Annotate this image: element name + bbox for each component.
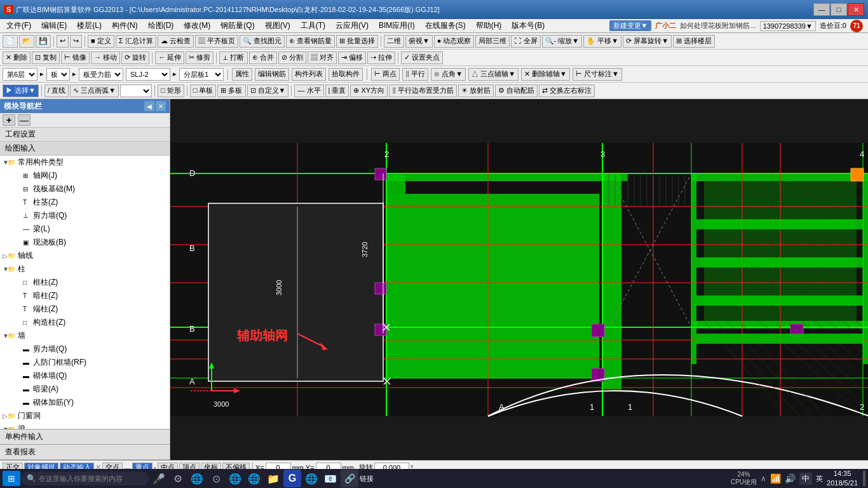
taskbar-ie-icon[interactable]: 🌐 <box>188 470 206 487</box>
cloud-check-btn[interactable]: ☁ 云检查 <box>158 35 194 48</box>
rotate-btn[interactable]: ⟳ 旋转 <box>121 51 149 64</box>
rotate-view-btn[interactable]: ⟳ 屏幕旋转▼ <box>623 35 672 48</box>
flat-plate-btn[interactable]: ▤ 平齐板页 <box>195 35 238 48</box>
menu-item-element[interactable]: 构件(N) <box>107 19 143 32</box>
trim-btn[interactable]: ✂ 修剪 <box>186 51 214 64</box>
tray-network-icon[interactable]: 📶 <box>770 473 781 484</box>
canvas-area[interactable]: D B B A 2 3 4 A 1 1 2 3720 3000 <box>170 99 868 460</box>
parallel-btn[interactable]: ∥ 平行 <box>402 68 428 81</box>
extend-btn[interactable]: ← 延伸 <box>155 51 184 64</box>
menu-item-view[interactable]: 视图(V) <box>260 19 295 32</box>
tree-item-shearwall[interactable]: ⊥ 剪力墙(Q) <box>0 209 170 222</box>
minimize-button[interactable]: — <box>813 3 830 16</box>
menu-item-cloud[interactable]: 云应用(V) <box>330 19 374 32</box>
local-3d-btn[interactable]: 局部三维 <box>475 35 510 48</box>
del-axis-btn[interactable]: ✕ 删除辅轴▼ <box>521 68 570 81</box>
merge-btn[interactable]: ⊕ 合并 <box>249 51 277 64</box>
custom-btn[interactable]: ⊡ 自定义▼ <box>247 85 289 97</box>
arc-btn[interactable]: ∿ 三点画弧▼ <box>70 85 119 97</box>
split-board-select[interactable]: 分层板1 <box>179 68 224 81</box>
mirror-btn[interactable]: ⊢ 镜像 <box>61 51 90 64</box>
menu-item-tools[interactable]: 工具(T) <box>295 19 330 32</box>
select-mode-btn[interactable]: ▶ 选择▼ <box>3 85 39 97</box>
check-rebar-btn[interactable]: ⊕ 查看钢筋量 <box>286 35 335 48</box>
edit-rebar-btn[interactable]: 编辑钢筋 <box>255 68 289 81</box>
tree-item-end-col[interactable]: T 端柱(Z) <box>0 302 170 316</box>
point-angle-btn[interactable]: ⊙ 点角▼ <box>431 68 466 81</box>
delete-btn[interactable]: ✕ 删除 <box>3 51 31 64</box>
menu-item-file[interactable]: 文件(F) <box>1 19 36 32</box>
close-button[interactable]: ✕ <box>848 3 864 16</box>
ime-indicator[interactable]: 英 <box>816 474 823 484</box>
tree-item-beam-group[interactable]: ▼ 📁 梁 <box>0 423 170 429</box>
tree-item-axis[interactable]: ⊞ 轴网(J) <box>0 169 170 182</box>
menu-item-floor[interactable]: 楼层(L) <box>72 19 107 32</box>
element-list-btn[interactable]: 构件列表 <box>292 68 326 81</box>
shape-select[interactable] <box>120 85 152 97</box>
dim-btn[interactable]: ⊢ 尺寸标注▼ <box>573 68 622 81</box>
dynamic-view-btn[interactable]: ● 动态观察 <box>434 35 475 48</box>
tree-item-column-group[interactable]: ▼ 📁 柱 <box>0 262 170 276</box>
horizontal-btn[interactable]: — 水平 <box>294 85 323 97</box>
element-type-select[interactable]: 板 <box>46 68 70 81</box>
stretch-btn[interactable]: ⇢ 拉伸 <box>367 51 395 64</box>
fullscreen-btn[interactable]: ⛶ 全屏 <box>511 35 540 48</box>
tree-item-common[interactable]: ▼ 📁 常用构件类型 <box>0 156 170 169</box>
tree-item-wall-group[interactable]: ▼ 📁 墙 <box>0 329 170 342</box>
phone-btn[interactable]: 13907298339▼ <box>760 21 816 31</box>
new-change-btn[interactable]: 新建变更▼ <box>609 20 652 31</box>
save-btn[interactable]: 💾 <box>36 35 51 48</box>
show-desktop-btn[interactable] <box>863 471 865 486</box>
tree-item-hidden-beam[interactable]: ▬ 暗梁(A) <box>0 383 170 396</box>
two-point-btn[interactable]: ⊢ 两点 <box>371 68 400 81</box>
multi-board-btn[interactable]: ⊞ 多板 <box>217 85 245 97</box>
tree-item-frame-col[interactable]: □ 框柱(Z) <box>0 276 170 289</box>
tree-item-raft[interactable]: ⊟ 筏板基础(M) <box>0 182 170 196</box>
move-btn[interactable]: → 移动 <box>91 51 120 64</box>
search-bar[interactable]: 🔍 在这里输入你要搜索的内容 <box>22 471 149 485</box>
tree-item-hidden-col[interactable]: T 暗柱(Z) <box>0 289 170 302</box>
batch-select-btn[interactable]: ⊞ 批量选择 <box>336 35 378 48</box>
sidebar-close-btn[interactable]: ✕ <box>156 101 166 111</box>
three-point-axis-btn[interactable]: △ 三点辅轴▼ <box>468 68 519 81</box>
menu-item-version[interactable]: 版本号(B) <box>506 19 550 32</box>
menu-item-edit[interactable]: 编辑(E) <box>36 19 72 32</box>
vertical-btn[interactable]: | 垂直 <box>325 85 349 97</box>
break-btn[interactable]: ⊥ 打断 <box>219 51 247 64</box>
zoom-out-btn[interactable]: 🔍- 缩放▼ <box>542 35 583 48</box>
menu-item-rebar[interactable]: 钢筋量(Q) <box>215 19 259 32</box>
taskbar-chrome-icon[interactable]: 🌐 <box>226 470 244 487</box>
new-btn[interactable]: 📄 <box>3 35 18 48</box>
auto-config-btn[interactable]: ⚙ 自动配筋 <box>495 85 538 97</box>
menu-item-modify[interactable]: 修改(M) <box>179 19 215 32</box>
find-elem-btn[interactable]: 🔍 查找图元 <box>240 35 285 48</box>
layer-select[interactable]: 第6层 <box>3 68 37 81</box>
menu-item-help[interactable]: 帮助(H) <box>471 19 507 32</box>
sidebar-collapse-btn[interactable]: — <box>18 114 31 126</box>
xy-btn[interactable]: ⊕ XY方向 <box>350 85 388 97</box>
taskbar-browser-icon[interactable]: 🌐 <box>302 470 320 487</box>
tray-sound-icon[interactable]: 🔊 <box>785 473 796 484</box>
property-btn[interactable]: 属性 <box>232 68 252 81</box>
lang-indicator[interactable]: 中 <box>799 473 812 485</box>
bar-spec-select[interactable]: SLJ-2 <box>126 68 170 81</box>
split-btn[interactable]: ⊘ 分割 <box>278 51 306 64</box>
sidebar-add-btn[interactable]: + <box>3 114 15 126</box>
rebar-type-select[interactable]: 板受力筋 <box>79 68 123 81</box>
tree-item-column-stem[interactable]: T 柱茎(Z) <box>0 196 170 209</box>
tree-item-gridline-group[interactable]: ▷ 📁 轴线 <box>0 249 170 262</box>
copy-btn[interactable]: ⊡ 复制 <box>32 51 60 64</box>
taskbar-ie2-icon[interactable]: 🌐 <box>245 470 263 487</box>
define-btn[interactable]: ■ 定义 <box>88 35 114 48</box>
report-tab[interactable]: 查看报表 <box>0 445 170 460</box>
taskbar-folder-icon[interactable]: 📁 <box>264 470 282 487</box>
offset-btn[interactable]: ⇥ 偏移 <box>338 51 366 64</box>
taskbar-mail-icon[interactable]: 📧 <box>322 470 339 487</box>
swap-label-btn[interactable]: ⇄ 交换左右标注 <box>539 85 595 97</box>
taskbar-mic-icon[interactable]: 🎤 <box>150 470 168 487</box>
view-btn[interactable]: 俯视▼ <box>405 35 433 48</box>
select-floor-btn[interactable]: ⊞ 选择楼层 <box>673 35 715 48</box>
tree-item-struct-col[interactable]: □ 构造柱(Z) <box>0 316 170 329</box>
pick-element-btn[interactable]: 拾取构件 <box>329 68 363 81</box>
taskbar-apps-icon[interactable]: ⚙ <box>169 470 187 487</box>
